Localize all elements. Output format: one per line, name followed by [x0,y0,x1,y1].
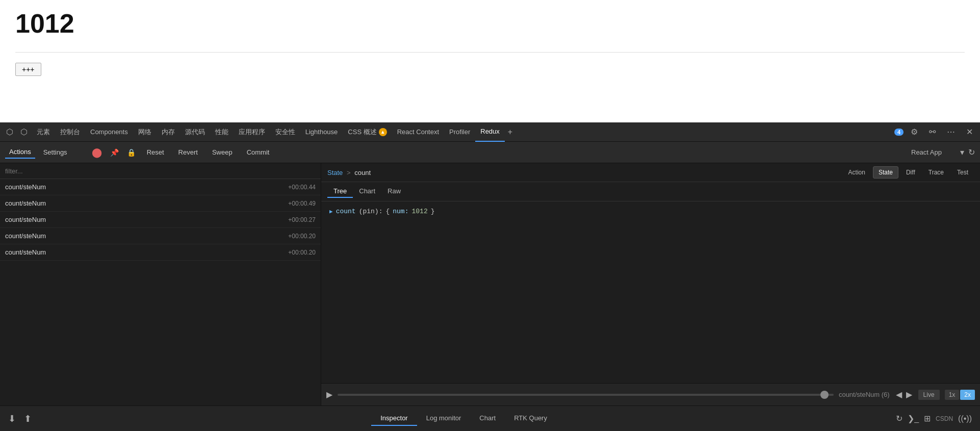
react-app-label: React App [911,148,942,156]
tab-right-controls: 4 ⚙ ⚯ ⋯ ✕ [894,125,977,139]
list-item[interactable]: count/steNum +00:00.20 [0,228,321,244]
download-icon[interactable]: ⬇ [8,413,16,424]
plus-button[interactable]: +++ [15,63,41,76]
reset-button[interactable]: Reset [142,146,169,158]
tab-sources[interactable]: 源代码 [180,122,210,142]
tree-content: ▶ count (pin): { num: 1012 } [321,201,980,383]
tab-components[interactable]: Components [85,122,133,142]
tab-state[interactable]: State [873,166,898,179]
list-item[interactable]: count/steNum +00:00.44 [0,179,321,195]
action-name: count/steNum [5,183,46,191]
record-icon[interactable]: ⬤ [90,145,104,160]
tab-performance[interactable]: 性能 [210,122,234,142]
settings-tab[interactable]: Settings [39,146,71,158]
action-time: +00:00.44 [288,184,316,191]
actions-list: count/steNum +00:00.44 count/steNum +00:… [0,179,321,405]
action-name: count/steNum [5,216,46,223]
tab-diff[interactable]: Diff [900,166,921,179]
warning-badge: ▲ [379,128,387,136]
timeline-knob[interactable] [820,391,829,399]
timeline-bar: ▶ count/steNum (6) ◀ ▶ Live 1x 2x [321,383,980,405]
prev-button[interactable]: ◀ [895,389,903,400]
tab-test[interactable]: Test [951,166,974,179]
upload-icon[interactable]: ⬆ [24,413,32,424]
chevron-down-button[interactable]: ▾ [960,147,964,157]
action-name: count/steNum [5,232,46,240]
bottom-tab-rtk-query[interactable]: RTK Query [505,411,556,426]
play-button[interactable]: ▶ [326,390,332,399]
next-button[interactable]: ▶ [905,389,913,400]
cursor-icon[interactable]: ⬡ [3,125,16,139]
timeline-speed: 1x 2x [945,390,975,400]
devtools-tabbar: ⬡ ⬡ 元素 控制台 Components 网络 内存 源代码 性能 应用程序 … [0,122,980,142]
action-name: count/steNum [5,248,46,256]
tab-security[interactable]: 安全性 [270,122,300,142]
tree-line: ▶ count (pin): { num: 1012 } [329,208,972,215]
breadcrumb-separator: > [347,169,351,176]
refresh-icon[interactable]: ↻ [896,414,902,423]
actions-pane: count/steNum +00:00.44 count/steNum +00:… [0,163,321,405]
app-content: 1012 +++ [0,0,980,122]
bottom-tab-chart[interactable]: Chart [470,411,505,426]
tab-react-context[interactable]: React Context [392,122,444,142]
notification-badge: 4 [894,129,904,136]
redux-toolbar: Actions Settings ⬤ 📌 🔒 Reset Revert Swee… [0,142,980,163]
content-tabs: Tree Chart Raw [321,182,980,201]
tab-action[interactable]: Action [843,166,871,179]
content-tab-tree[interactable]: Tree [327,185,353,198]
refresh-button[interactable]: ↻ [968,147,975,157]
tab-elements[interactable]: 元素 [32,122,55,142]
bottom-tab-inspector[interactable]: Inspector [371,411,417,426]
tab-lighthouse[interactable]: Lighthouse [300,122,343,142]
bottom-tab-log-monitor[interactable]: Log monitor [417,411,471,426]
tree-arrow-icon[interactable]: ▶ [329,208,333,215]
commit-button[interactable]: Commit [242,146,275,158]
tab-network[interactable]: 网络 [133,122,157,142]
grid-icon[interactable]: ⊞ [924,414,931,423]
action-time: +00:00.27 [288,216,316,223]
filter-input[interactable] [5,167,316,175]
list-item[interactable]: count/steNum +00:00.27 [0,212,321,228]
filter-bar [0,163,321,179]
person-icon[interactable]: ⚯ [926,125,939,139]
close-icon[interactable]: ✕ [963,125,976,139]
devtools-panel: ⬡ ⬡ 元素 控制台 Components 网络 内存 源代码 性能 应用程序 … [0,122,980,431]
tab-profiler[interactable]: Profiler [444,122,475,142]
separator [15,52,965,53]
list-item[interactable]: count/steNum +00:00.49 [0,195,321,212]
bottom-bar: ⬇ ⬆ Inspector Log monitor Chart RTK Quer… [0,405,980,431]
device-icon[interactable]: ⬡ [17,125,31,139]
action-time: +00:00.20 [288,233,316,240]
timeline-action-label: count/steNum (6) [839,391,890,398]
timeline-track[interactable] [338,394,834,396]
wifi-icon: ((•)) [958,414,972,423]
tab-css-overview[interactable]: CSS 概述 ▲ [343,122,392,142]
breadcrumb-state-link[interactable]: State [327,169,343,176]
terminal-icon[interactable]: ❯_ [908,414,919,423]
bottom-icons: ⬇ ⬆ [8,413,32,424]
live-button[interactable]: Live [918,390,940,400]
breadcrumb: State > count [327,169,371,176]
redux-panel: Actions Settings ⬤ 📌 🔒 Reset Revert Swee… [0,142,980,431]
pin-icon[interactable]: 📌 [108,146,121,159]
actions-tab[interactable]: Actions [5,146,35,159]
tab-console[interactable]: 控制台 [55,122,85,142]
action-time: +00:00.20 [288,249,316,256]
content-tab-chart[interactable]: Chart [353,185,381,198]
sweep-button[interactable]: Sweep [207,146,238,158]
tab-application[interactable]: 应用程序 [234,122,270,142]
bottom-tabs: Inspector Log monitor Chart RTK Query [32,411,896,426]
tab-trace[interactable]: Trace [923,166,949,179]
tab-redux[interactable]: Redux [475,122,505,142]
add-tab-icon[interactable]: + [505,125,515,139]
revert-button[interactable]: Revert [173,146,203,158]
lock-icon[interactable]: 🔒 [125,146,138,159]
tab-memory[interactable]: 内存 [157,122,180,142]
gear-icon[interactable]: ⚙ [908,125,921,139]
action-name: count/steNum [5,199,46,207]
more-icon[interactable]: ⋯ [944,125,958,139]
speed-1x-button[interactable]: 1x [945,390,960,400]
list-item[interactable]: count/steNum +00:00.20 [0,244,321,261]
speed-2x-button[interactable]: 2x [960,390,975,400]
content-tab-raw[interactable]: Raw [381,185,407,198]
